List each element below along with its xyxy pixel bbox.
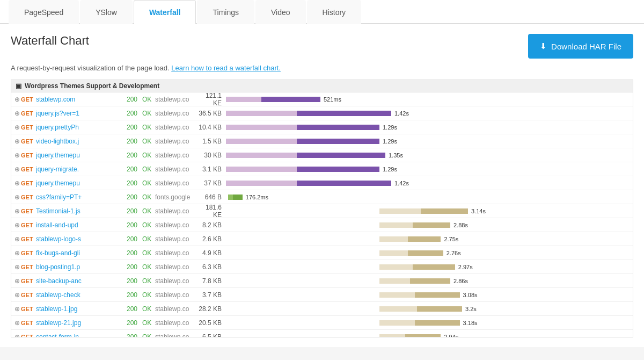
row-method: GET <box>21 222 36 228</box>
row-url[interactable]: stablewp-21.jpg <box>36 319 122 327</box>
tab-yslow[interactable]: YSlow <box>80 0 133 24</box>
row-expand-icon[interactable]: ⊕ <box>11 263 21 271</box>
row-ok: OK <box>142 249 155 257</box>
row-method: GET <box>21 180 36 186</box>
row-expand-icon[interactable]: ⊕ <box>11 291 21 299</box>
row-size: 4.9 KB <box>197 249 226 257</box>
row-bar-area: 3.18s <box>226 316 633 329</box>
row-expand-icon[interactable]: ⊕ <box>11 165 21 173</box>
table-row[interactable]: ⊕ GET install-and-upd 200 OK stablewp.co… <box>11 218 633 232</box>
row-expand-icon[interactable]: ⊕ <box>11 277 21 285</box>
bar-label: 2.94s <box>444 334 458 338</box>
waterfall-container[interactable]: ▣ Wordpress Themes Support & Development… <box>11 80 633 337</box>
row-ok: OK <box>142 235 155 243</box>
row-url[interactable]: jquery.js?ver=1 <box>36 110 122 117</box>
tab-waterfall[interactable]: Waterfall <box>134 0 196 24</box>
row-host: stablewp.co <box>155 152 197 159</box>
row-status: 200 <box>122 221 142 229</box>
table-row[interactable]: ⊕ GET css?family=PT+ 200 OK fonts.google… <box>11 190 633 204</box>
table-row[interactable]: ⊕ GET video-lightbox.j 200 OK stablewp.c… <box>11 134 633 148</box>
row-expand-icon[interactable]: ⊕ <box>11 235 21 243</box>
row-expand-icon[interactable]: ⊕ <box>11 96 21 103</box>
learn-link[interactable]: Learn how to read a waterfall chart. <box>171 64 281 72</box>
row-method: GET <box>21 292 36 298</box>
table-row[interactable]: ⊕ GET stablewp.com 200 OK stablewp.co 12… <box>11 92 633 106</box>
row-status: 200 <box>122 193 142 201</box>
table-row[interactable]: ⊕ GET jquery.prettyPh 200 OK stablewp.co… <box>11 120 633 134</box>
row-status: 200 <box>122 96 142 103</box>
row-expand-icon[interactable]: ⊕ <box>11 124 21 131</box>
row-url[interactable]: video-lightbox.j <box>36 138 122 145</box>
bar-label: 2.86s <box>453 278 468 284</box>
table-row[interactable]: ⊕ GET site-backup-anc 200 OK stablewp.co… <box>11 274 633 288</box>
table-row[interactable]: ⊕ GET stablewp-1.jpg 200 OK stablewp.co … <box>11 302 633 316</box>
table-row[interactable]: ⊕ GET blog-posting1.p 200 OK stablewp.co… <box>11 260 633 274</box>
tabs-bar: PageSpeed YSlow Waterfall Timings Video … <box>0 0 644 24</box>
bar-wrapper <box>226 165 379 174</box>
bar-receive <box>297 139 379 144</box>
row-status: 200 <box>122 110 142 117</box>
row-expand-icon[interactable]: ⊕ <box>11 138 21 145</box>
table-row[interactable]: ⊕ GET stablewp-logo-s 200 OK stablewp.co… <box>11 232 633 246</box>
bar-wrapper <box>379 305 462 313</box>
row-ok: OK <box>142 333 155 338</box>
row-url[interactable]: css?family=PT+ <box>36 193 122 201</box>
row-url[interactable]: site-backup-anc <box>36 277 122 285</box>
row-url[interactable]: jquery.themepu <box>36 179 122 187</box>
row-expand-icon[interactable]: ⊕ <box>11 221 21 229</box>
row-bar-area: 1.42s <box>226 176 633 190</box>
row-host: stablewp.co <box>155 277 197 285</box>
row-expand-icon[interactable]: ⊕ <box>11 333 21 338</box>
page-title: Waterfall Chart <box>11 34 89 48</box>
row-status: 200 <box>122 179 142 187</box>
row-bar-area: 2.86s <box>226 274 633 287</box>
row-ok: OK <box>142 277 155 285</box>
bar-label: 2.97s <box>458 264 473 270</box>
row-url[interactable]: contact-form-in <box>36 333 122 338</box>
row-url[interactable]: blog-posting1.p <box>36 263 122 271</box>
row-method: GET <box>21 96 36 103</box>
tab-video[interactable]: Video <box>255 0 306 24</box>
row-url[interactable]: jquery.prettyPh <box>36 124 122 131</box>
table-row[interactable]: ⊕ GET contact-form-in 200 OK stablewp.co… <box>11 330 633 337</box>
row-expand-icon[interactable]: ⊕ <box>11 179 21 187</box>
row-url[interactable]: stablewp-check <box>36 291 122 299</box>
row-expand-icon[interactable]: ⊕ <box>11 305 21 313</box>
row-url[interactable]: jquery-migrate. <box>36 165 122 173</box>
table-row[interactable]: ⊕ GET stablewp-check 200 OK stablewp.co … <box>11 288 633 302</box>
download-har-button[interactable]: ⬇ Download HAR File <box>528 34 633 59</box>
row-size: 6.5 KB <box>197 333 226 338</box>
row-url[interactable]: stablewp.com <box>36 96 122 103</box>
bar-wait <box>226 125 297 130</box>
table-row[interactable]: ⊕ GET fix-bugs-and-gli 200 OK stablewp.c… <box>11 246 633 260</box>
table-row[interactable]: ⊕ GET jquery.themepu 200 OK stablewp.co … <box>11 176 633 190</box>
row-url[interactable]: fix-bugs-and-gli <box>36 249 122 257</box>
table-row[interactable]: ⊕ GET Testimonial-1.js 200 OK stablewp.c… <box>11 204 633 218</box>
row-url[interactable]: install-and-upd <box>36 221 122 229</box>
tab-history[interactable]: History <box>307 0 362 24</box>
table-row[interactable]: ⊕ GET jquery.js?ver=1 200 OK stablewp.co… <box>11 106 633 120</box>
row-size: 121.1 KE <box>197 92 226 107</box>
tab-timings[interactable]: Timings <box>197 0 254 24</box>
row-expand-icon[interactable]: ⊕ <box>11 319 21 327</box>
row-expand-icon[interactable]: ⊕ <box>11 193 21 201</box>
row-size: 1.5 KB <box>197 138 226 145</box>
row-size: 646 B <box>197 193 226 201</box>
row-method: GET <box>21 334 36 338</box>
tab-pagespeed[interactable]: PageSpeed <box>9 0 79 24</box>
row-url[interactable]: stablewp-1.jpg <box>36 305 122 313</box>
row-expand-icon[interactable]: ⊕ <box>11 207 21 215</box>
row-url[interactable]: stablewp-logo-s <box>36 235 122 243</box>
row-url[interactable]: jquery.themepu <box>36 152 122 159</box>
table-row[interactable]: ⊕ GET jquery.themepu 200 OK stablewp.co … <box>11 148 633 162</box>
table-row[interactable]: ⊕ GET jquery-migrate. 200 OK stablewp.co… <box>11 162 633 176</box>
bar-label: 3.18s <box>463 320 478 326</box>
row-expand-icon[interactable]: ⊕ <box>11 249 21 257</box>
row-url[interactable]: Testimonial-1.js <box>36 207 122 215</box>
row-ok: OK <box>142 319 155 327</box>
group-collapse-icon[interactable]: ▣ <box>16 82 21 90</box>
row-ok: OK <box>142 179 155 187</box>
row-expand-icon[interactable]: ⊕ <box>11 152 21 159</box>
row-expand-icon[interactable]: ⊕ <box>11 110 21 117</box>
table-row[interactable]: ⊕ GET stablewp-21.jpg 200 OK stablewp.co… <box>11 316 633 330</box>
